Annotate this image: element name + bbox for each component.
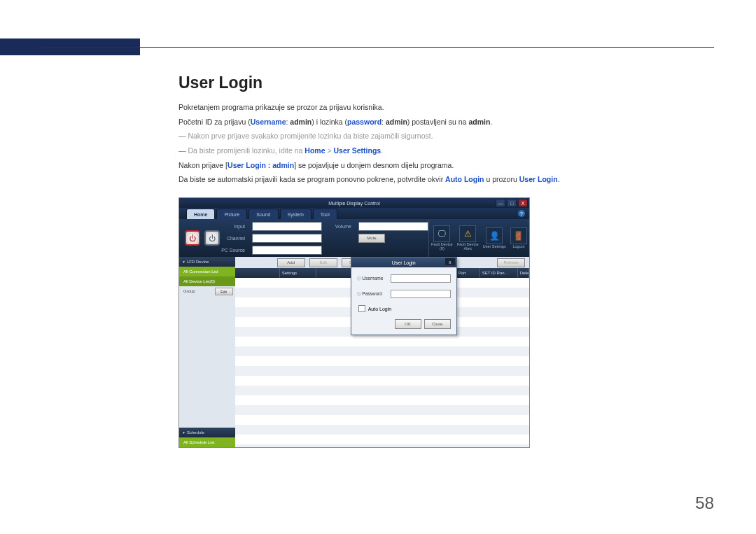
t: Nakon prijave [ (178, 161, 227, 169)
password-field-label: Password (357, 291, 388, 297)
note-2: Da biste promijenili lozinku, idite na H… (178, 146, 714, 156)
fault-device-button[interactable]: 🖵 Fault Device(0) (431, 225, 453, 251)
sidebar-all-device[interactable]: All Device List(0) (179, 276, 235, 286)
th-checkbox[interactable] (235, 268, 280, 278)
titlebar: Multiple Display Control — □ X (179, 198, 529, 208)
page-content: User Login Pokretanjem programa prikazuj… (178, 73, 714, 448)
username-value: admin (290, 118, 312, 126)
volume-label: Volume (326, 224, 354, 229)
dialog-buttons: OK Close (357, 319, 451, 329)
toolbar: ⏻ ⏻ Input Volume Channel Mute PC Source … (179, 219, 529, 257)
note-1: Nakon prve prijave svakako promijenite l… (178, 131, 714, 141)
para-1-text: Pokretanjem programa prikazuje se prozor… (178, 103, 384, 111)
l: Logout (512, 245, 524, 249)
help-icon[interactable]: ? (518, 210, 525, 217)
l: User Settings (483, 245, 506, 249)
dialog-close-button[interactable]: x (445, 258, 455, 265)
door-icon: 🚪 (510, 227, 527, 244)
login-status: User Login : admin (227, 161, 294, 169)
tab-picture[interactable]: Picture (216, 209, 247, 219)
admin-value: admin (468, 118, 490, 126)
add-button[interactable]: Add (277, 258, 305, 267)
username-label: Username (251, 118, 286, 126)
t: > (326, 146, 334, 155)
l: Fault DeviceAlert (457, 243, 479, 251)
sidebar-fill (179, 296, 235, 428)
mute-button[interactable]: Mute (358, 234, 385, 243)
maximize-button[interactable]: □ (507, 199, 517, 207)
tab-system[interactable]: System (280, 209, 312, 219)
auto-login-row[interactable]: Auto Login (358, 305, 451, 312)
user-settings-button[interactable]: 👤 User Settings (483, 227, 506, 249)
window-controls: — □ X (496, 199, 528, 207)
sidebar-all-schedule[interactable]: All Schedule List (179, 437, 235, 447)
ok-button[interactable]: OK (395, 319, 421, 329)
note-1-text: Nakon prve prijave svakako promijenite l… (188, 132, 433, 140)
page-title: User Login (178, 73, 714, 92)
close-button[interactable]: X (518, 199, 528, 207)
password-label: password (347, 118, 382, 126)
t: . (558, 175, 560, 183)
home-link: Home (304, 146, 325, 155)
tab-tool[interactable]: Tool (313, 209, 337, 219)
sidebar-group[interactable]: Group Edit (179, 286, 235, 296)
volume-slider[interactable] (358, 222, 428, 231)
close-dialog-button[interactable]: Close (424, 319, 451, 329)
sidebar-schedule-header[interactable]: Schedule (179, 428, 235, 437)
l: Fault Device(0) (431, 243, 453, 251)
monitor-icon: 🖵 (433, 225, 450, 242)
channel-label: Channel (220, 236, 248, 241)
t: u prozoru (484, 175, 519, 183)
minimize-button[interactable]: — (496, 199, 505, 207)
dialog-body: Username Password Auto Login OK (351, 267, 456, 335)
password-input[interactable] (391, 290, 451, 298)
login-dialog: User Login x Username Password (351, 257, 457, 335)
th-port[interactable]: Port (456, 268, 480, 278)
sidebar-all-connection[interactable]: All Connection List (179, 267, 235, 276)
t: ) postavljeni su na (407, 118, 469, 126)
t: . (490, 118, 492, 126)
main-area: Add Edit Delete Refresh Settings Connect… (235, 257, 529, 447)
tab-home[interactable]: Home (186, 209, 215, 219)
page-number: 58 (695, 493, 714, 513)
channel-select[interactable] (252, 234, 322, 243)
para-1: Pokretanjem programa prikazuje se prozor… (178, 102, 714, 113)
para-4: Da biste se automatski prijavili kada se… (178, 174, 714, 185)
power-group: ⏻ ⏻ (179, 230, 220, 246)
para-2: Početni ID za prijavu (Username: admin) … (178, 117, 714, 127)
header-rule (42, 47, 714, 48)
user-settings-link: User Settings (334, 146, 382, 155)
t: Da biste se automatski prijavili kada se… (178, 175, 445, 183)
t: Početni ID za prijavu ( (178, 118, 251, 126)
password-value: admin (386, 118, 407, 126)
input-select[interactable] (252, 222, 322, 231)
edit-button[interactable]: Edit (309, 258, 337, 267)
source-label: PC Source (220, 248, 248, 253)
toolbar-icons: 🖵 Fault Device(0) ⚠ Fault DeviceAlert 👤 … (428, 219, 529, 257)
main-tabs: Home Picture Sound System Tool ? (179, 208, 529, 219)
group-edit-button[interactable]: Edit (215, 288, 233, 295)
user-login-window-label: User Login (519, 175, 558, 183)
fault-alert-button[interactable]: ⚠ Fault DeviceAlert (457, 225, 479, 251)
para-3: Nakon prijave [User Login : admin] se po… (178, 160, 714, 171)
warning-icon: ⚠ (459, 225, 476, 242)
tab-sound[interactable]: Sound (248, 209, 278, 219)
app-screenshot: Multiple Display Control — □ X Home Pict… (178, 197, 530, 448)
auto-login-checkbox[interactable] (358, 305, 365, 312)
refresh-button[interactable]: Refresh (497, 258, 525, 267)
logout-button[interactable]: 🚪 Logout (510, 227, 527, 249)
username-input[interactable] (391, 274, 451, 283)
power-off-button[interactable]: ⏻ (204, 230, 220, 246)
auto-login-text: Auto Login (368, 307, 391, 311)
power-on-button[interactable]: ⏻ (185, 230, 200, 246)
sidebar-lfd-header[interactable]: LFD Device (179, 257, 235, 267)
input-label: Input (220, 224, 248, 229)
source-select[interactable] (252, 246, 322, 255)
th-setid[interactable]: SET ID Ran... (480, 268, 518, 278)
user-icon: 👤 (486, 227, 503, 244)
app-title: Multiple Display Control (328, 201, 380, 206)
dialog-titlebar: User Login x (351, 258, 456, 267)
sidebar: LFD Device All Connection List All Devic… (179, 257, 235, 447)
th-settings[interactable]: Settings (280, 268, 316, 278)
th-delete[interactable]: Dele (518, 268, 529, 278)
